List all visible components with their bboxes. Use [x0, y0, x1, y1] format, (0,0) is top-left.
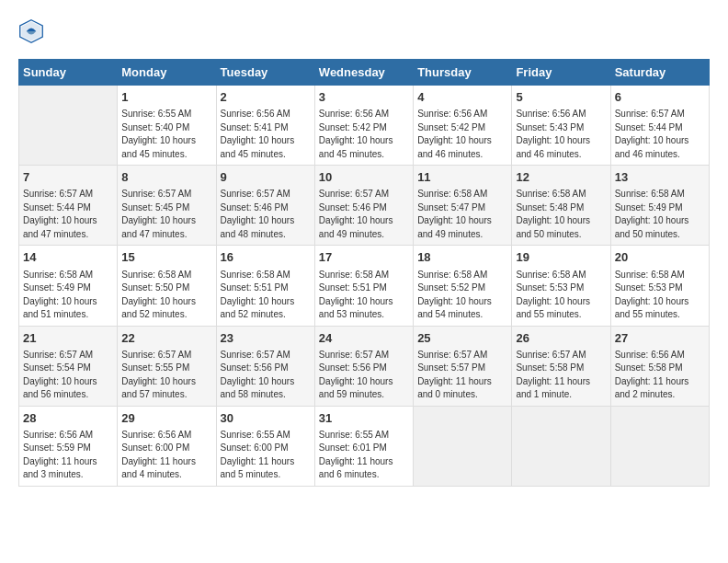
day-info: Sunrise: 6:58 AM Sunset: 5:49 PM Dayligh… — [23, 269, 113, 322]
day-info: Sunrise: 6:56 AM Sunset: 5:41 PM Dayligh… — [221, 108, 311, 161]
day-info: Sunrise: 6:58 AM Sunset: 5:52 PM Dayligh… — [417, 269, 507, 322]
col-thursday: Thursday — [414, 60, 512, 86]
col-monday: Monday — [118, 60, 216, 86]
day-info: Sunrise: 6:57 AM Sunset: 5:55 PM Dayligh… — [121, 349, 211, 402]
day-info: Sunrise: 6:56 AM Sunset: 5:42 PM Dayligh… — [319, 108, 409, 161]
day-number: 19 — [516, 249, 606, 266]
day-number: 14 — [23, 249, 113, 266]
calendar-cell: 9Sunrise: 6:57 AM Sunset: 5:46 PM Daylig… — [216, 166, 314, 246]
col-wednesday: Wednesday — [314, 60, 413, 86]
day-info: Sunrise: 6:58 AM Sunset: 5:49 PM Dayligh… — [615, 188, 705, 241]
calendar-cell — [19, 86, 118, 166]
calendar-week-4: 21Sunrise: 6:57 AM Sunset: 5:54 PM Dayli… — [19, 326, 710, 406]
day-info: Sunrise: 6:56 AM Sunset: 5:43 PM Dayligh… — [516, 108, 606, 161]
calendar-cell: 19Sunrise: 6:58 AM Sunset: 5:53 PM Dayli… — [512, 246, 610, 326]
day-number: 8 — [121, 169, 211, 186]
calendar-cell: 20Sunrise: 6:58 AM Sunset: 5:53 PM Dayli… — [610, 246, 709, 326]
calendar-table: Sunday Monday Tuesday Wednesday Thursday… — [18, 59, 710, 487]
day-number: 15 — [121, 249, 211, 266]
day-info: Sunrise: 6:58 AM Sunset: 5:51 PM Dayligh… — [221, 269, 311, 322]
day-info: Sunrise: 6:56 AM Sunset: 5:59 PM Dayligh… — [23, 429, 113, 482]
day-info: Sunrise: 6:57 AM Sunset: 5:56 PM Dayligh… — [319, 349, 409, 402]
logo — [18, 18, 48, 44]
day-number: 12 — [516, 169, 606, 186]
col-tuesday: Tuesday — [216, 60, 314, 86]
calendar-cell: 23Sunrise: 6:57 AM Sunset: 5:56 PM Dayli… — [216, 326, 314, 406]
day-number: 1 — [121, 89, 211, 106]
day-info: Sunrise: 6:57 AM Sunset: 5:45 PM Dayligh… — [121, 188, 211, 241]
day-number: 17 — [319, 249, 409, 266]
day-number: 3 — [319, 89, 409, 106]
calendar-cell: 16Sunrise: 6:58 AM Sunset: 5:51 PM Dayli… — [216, 246, 314, 326]
calendar-cell: 15Sunrise: 6:58 AM Sunset: 5:50 PM Dayli… — [118, 246, 216, 326]
logo-icon — [18, 18, 44, 44]
calendar-cell — [512, 406, 610, 486]
calendar-cell: 21Sunrise: 6:57 AM Sunset: 5:54 PM Dayli… — [19, 326, 118, 406]
calendar-body: 1Sunrise: 6:55 AM Sunset: 5:40 PM Daylig… — [19, 86, 710, 487]
calendar-cell: 30Sunrise: 6:55 AM Sunset: 6:00 PM Dayli… — [216, 406, 314, 486]
col-sunday: Sunday — [19, 60, 118, 86]
day-number: 2 — [221, 89, 311, 106]
calendar-cell: 24Sunrise: 6:57 AM Sunset: 5:56 PM Dayli… — [314, 326, 413, 406]
day-number: 27 — [615, 330, 705, 347]
day-number: 23 — [221, 330, 311, 347]
day-info: Sunrise: 6:55 AM Sunset: 6:01 PM Dayligh… — [319, 429, 409, 482]
day-info: Sunrise: 6:56 AM Sunset: 6:00 PM Dayligh… — [121, 429, 211, 482]
calendar-cell: 13Sunrise: 6:58 AM Sunset: 5:49 PM Dayli… — [610, 166, 709, 246]
day-info: Sunrise: 6:58 AM Sunset: 5:53 PM Dayligh… — [516, 269, 606, 322]
col-saturday: Saturday — [610, 60, 709, 86]
day-info: Sunrise: 6:55 AM Sunset: 5:40 PM Dayligh… — [121, 108, 211, 161]
day-info: Sunrise: 6:56 AM Sunset: 5:42 PM Dayligh… — [417, 108, 507, 161]
calendar-cell: 27Sunrise: 6:56 AM Sunset: 5:58 PM Dayli… — [610, 326, 709, 406]
calendar-cell: 25Sunrise: 6:57 AM Sunset: 5:57 PM Dayli… — [414, 326, 512, 406]
calendar-cell: 2Sunrise: 6:56 AM Sunset: 5:41 PM Daylig… — [216, 86, 314, 166]
calendar-week-1: 1Sunrise: 6:55 AM Sunset: 5:40 PM Daylig… — [19, 86, 710, 166]
day-info: Sunrise: 6:57 AM Sunset: 5:46 PM Dayligh… — [221, 188, 311, 241]
header-row: Sunday Monday Tuesday Wednesday Thursday… — [19, 60, 710, 86]
calendar-cell: 18Sunrise: 6:58 AM Sunset: 5:52 PM Dayli… — [414, 246, 512, 326]
day-number: 7 — [23, 169, 113, 186]
calendar-cell: 28Sunrise: 6:56 AM Sunset: 5:59 PM Dayli… — [19, 406, 118, 486]
calendar-cell: 8Sunrise: 6:57 AM Sunset: 5:45 PM Daylig… — [118, 166, 216, 246]
day-number: 26 — [516, 330, 606, 347]
day-info: Sunrise: 6:57 AM Sunset: 5:58 PM Dayligh… — [516, 349, 606, 402]
calendar-cell — [414, 406, 512, 486]
day-info: Sunrise: 6:58 AM Sunset: 5:53 PM Dayligh… — [615, 269, 705, 322]
day-number: 9 — [221, 169, 311, 186]
page-header — [18, 18, 710, 44]
day-number: 22 — [121, 330, 211, 347]
calendar-cell: 14Sunrise: 6:58 AM Sunset: 5:49 PM Dayli… — [19, 246, 118, 326]
calendar-cell: 1Sunrise: 6:55 AM Sunset: 5:40 PM Daylig… — [118, 86, 216, 166]
calendar-cell: 22Sunrise: 6:57 AM Sunset: 5:55 PM Dayli… — [118, 326, 216, 406]
calendar-week-3: 14Sunrise: 6:58 AM Sunset: 5:49 PM Dayli… — [19, 246, 710, 326]
day-number: 6 — [615, 89, 705, 106]
calendar-cell: 26Sunrise: 6:57 AM Sunset: 5:58 PM Dayli… — [512, 326, 610, 406]
day-number: 13 — [615, 169, 705, 186]
day-info: Sunrise: 6:58 AM Sunset: 5:47 PM Dayligh… — [417, 188, 507, 241]
day-info: Sunrise: 6:56 AM Sunset: 5:58 PM Dayligh… — [615, 349, 705, 402]
day-number: 21 — [23, 330, 113, 347]
calendar-cell: 4Sunrise: 6:56 AM Sunset: 5:42 PM Daylig… — [414, 86, 512, 166]
calendar-week-5: 28Sunrise: 6:56 AM Sunset: 5:59 PM Dayli… — [19, 406, 710, 486]
calendar-cell: 17Sunrise: 6:58 AM Sunset: 5:51 PM Dayli… — [314, 246, 413, 326]
day-info: Sunrise: 6:57 AM Sunset: 5:44 PM Dayligh… — [615, 108, 705, 161]
calendar-header: Sunday Monday Tuesday Wednesday Thursday… — [19, 60, 710, 86]
day-info: Sunrise: 6:57 AM Sunset: 5:46 PM Dayligh… — [319, 188, 409, 241]
calendar-cell — [610, 406, 709, 486]
calendar-cell: 31Sunrise: 6:55 AM Sunset: 6:01 PM Dayli… — [314, 406, 413, 486]
calendar-cell: 10Sunrise: 6:57 AM Sunset: 5:46 PM Dayli… — [314, 166, 413, 246]
day-number: 5 — [516, 89, 606, 106]
day-number: 10 — [319, 169, 409, 186]
day-number: 11 — [417, 169, 507, 186]
day-info: Sunrise: 6:58 AM Sunset: 5:50 PM Dayligh… — [121, 269, 211, 322]
day-number: 30 — [221, 410, 311, 427]
day-info: Sunrise: 6:58 AM Sunset: 5:48 PM Dayligh… — [516, 188, 606, 241]
col-friday: Friday — [512, 60, 610, 86]
day-number: 24 — [319, 330, 409, 347]
day-number: 4 — [417, 89, 507, 106]
calendar-cell: 3Sunrise: 6:56 AM Sunset: 5:42 PM Daylig… — [314, 86, 413, 166]
calendar-cell: 29Sunrise: 6:56 AM Sunset: 6:00 PM Dayli… — [118, 406, 216, 486]
calendar-cell: 11Sunrise: 6:58 AM Sunset: 5:47 PM Dayli… — [414, 166, 512, 246]
day-info: Sunrise: 6:57 AM Sunset: 5:54 PM Dayligh… — [23, 349, 113, 402]
day-number: 20 — [615, 249, 705, 266]
